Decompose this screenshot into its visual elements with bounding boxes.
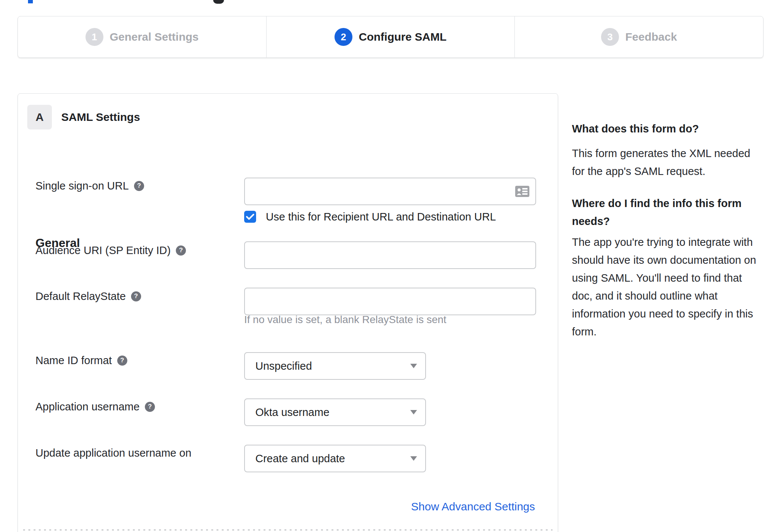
sidebar-para-what: This form generates the XML needed for t…	[572, 144, 781, 180]
app-username-help-icon[interactable]: ?	[145, 402, 155, 412]
sidebar-heading-what: What does this form do?	[572, 120, 781, 138]
step-3-label: Feedback	[625, 31, 677, 43]
step-2-label: Configure SAML	[359, 31, 446, 43]
header-remnant-blue	[28, 0, 33, 3]
step-general-settings[interactable]: 1 General Settings	[18, 16, 266, 57]
recipient-url-checkbox[interactable]	[244, 211, 256, 223]
step-2-number: 2	[335, 28, 352, 46]
relaystate-help-icon[interactable]: ?	[131, 291, 141, 301]
section-dashed-divider	[23, 529, 553, 531]
saml-settings-panel: A SAML Settings General Single sign-on U…	[18, 93, 558, 532]
relaystate-input[interactable]	[244, 288, 536, 315]
audience-uri-input[interactable]	[244, 241, 536, 269]
step-3-number: 3	[601, 28, 619, 46]
audience-uri-help-icon[interactable]: ?	[176, 245, 186, 256]
show-advanced-settings-link[interactable]: Show Advanced Settings	[411, 500, 535, 513]
sso-url-help-icon[interactable]: ?	[134, 181, 144, 191]
header-remnant-icon	[213, 0, 224, 4]
update-app-username-label: Update application username on	[35, 445, 192, 460]
update-app-username-value: Create and update	[245, 453, 345, 465]
chevron-down-icon	[410, 410, 417, 414]
wizard-stepper: 1 General Settings 2 Configure SAML 3 Fe…	[18, 16, 763, 58]
relaystate-label: Default RelayState ?	[35, 289, 141, 304]
name-id-format-select[interactable]: Unspecified	[244, 352, 426, 380]
app-username-label: Application username ?	[35, 399, 155, 414]
sso-url-input[interactable]	[244, 178, 536, 205]
step-1-number: 1	[85, 28, 103, 46]
audience-uri-label: Audience URI (SP Entity ID) ?	[35, 243, 186, 258]
name-id-format-help-icon[interactable]: ?	[117, 356, 127, 366]
relaystate-hint: If no value is set, a blank RelayState i…	[244, 314, 446, 326]
step-configure-saml[interactable]: 2 Configure SAML	[266, 16, 515, 57]
contact-card-icon	[515, 186, 529, 197]
chevron-down-icon	[410, 456, 417, 461]
step-feedback[interactable]: 3 Feedback	[514, 16, 763, 57]
app-username-select[interactable]: Okta username	[244, 398, 426, 426]
sidebar-heading-where: Where do I find the info this form needs…	[572, 194, 781, 230]
sso-url-label: Single sign-on URL ?	[35, 178, 144, 193]
name-id-format-value: Unspecified	[245, 360, 312, 372]
help-sidebar: What does this form do? This form genera…	[572, 120, 781, 341]
update-app-username-select[interactable]: Create and update	[244, 445, 426, 472]
section-a-badge: A	[27, 105, 52, 129]
recipient-url-checkbox-label: Use this for Recipient URL and Destinati…	[266, 211, 496, 223]
app-username-value: Okta username	[245, 406, 329, 419]
sidebar-para-where: The app you're trying to integrate with …	[572, 233, 781, 341]
section-title: SAML Settings	[61, 105, 140, 129]
recipient-url-checkbox-row: Use this for Recipient URL and Destinati…	[244, 210, 496, 223]
step-1-label: General Settings	[110, 31, 199, 43]
name-id-format-label: Name ID format ?	[35, 353, 127, 368]
chevron-down-icon	[410, 364, 417, 368]
